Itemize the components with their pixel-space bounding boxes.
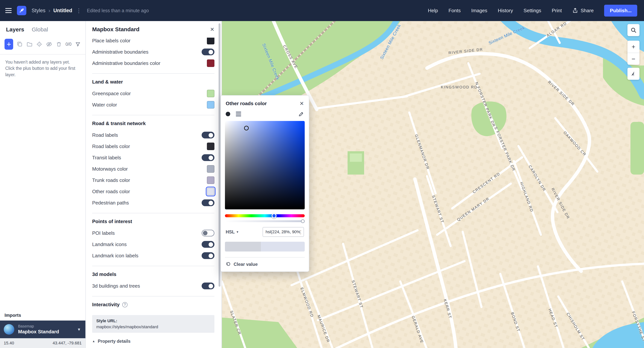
hue-slider[interactable] — [225, 214, 305, 217]
publish-button[interactable]: Publish... — [604, 5, 637, 16]
breadcrumb-chevron-icon: › — [48, 7, 50, 14]
zoom-in-button[interactable]: + — [628, 41, 640, 53]
setting-row-admin-boundaries: Administrative boundaries — [86, 46, 222, 58]
solid-color-mode-icon[interactable] — [226, 112, 230, 116]
road-labels-color-swatch[interactable] — [207, 142, 214, 150]
delete-layer-trash-icon[interactable] — [56, 40, 62, 48]
color-value-input[interactable] — [262, 227, 304, 237]
swatches-mode-icon[interactable] — [236, 112, 241, 116]
setting-row-water-color: Water color — [86, 99, 222, 110]
panel-title: Mapbox Standard — [92, 26, 140, 32]
style-options-menu-button[interactable]: ⋮ — [75, 7, 82, 14]
greenspace-color-swatch[interactable] — [207, 90, 214, 97]
nav-images[interactable]: Images — [471, 8, 487, 14]
tab-global[interactable]: Global — [32, 26, 48, 33]
import-kicker: Basemap — [18, 324, 59, 328]
setting-label: Greenspace color — [92, 91, 131, 96]
color-format-dropdown[interactable]: HSL ▾ — [226, 229, 238, 234]
pedestrian-paths-toggle[interactable] — [202, 200, 214, 206]
transit-labels-toggle[interactable] — [202, 154, 214, 161]
setting-label: Motorways color — [92, 166, 128, 172]
setting-label: Administrative boundaries — [92, 49, 148, 55]
setting-row-greenspace-color: Greenspace color — [86, 88, 222, 99]
hamburger-icon — [5, 8, 12, 13]
mapbox-studio-logo[interactable] — [17, 6, 26, 15]
style-url-label: Style URL: — [96, 318, 210, 323]
setting-row-3d-buildings: 3d buildings and trees — [86, 280, 222, 292]
chevron-down-icon[interactable]: ▾ — [78, 327, 80, 332]
setting-row-admin-boundaries-color: Administrative boundaries color — [86, 58, 222, 69]
setting-label: Transit labels — [92, 155, 121, 161]
filter-layers-funnel-icon[interactable] — [75, 40, 81, 48]
map-bearing-button[interactable] — [628, 68, 640, 80]
tab-layers[interactable]: Layers — [6, 26, 24, 33]
main-menu-button[interactable] — [5, 8, 12, 13]
setting-row-transit-labels: Transit labels — [86, 152, 222, 163]
basemap-import-item[interactable]: Basemap Mapbox Standard ▾ — [0, 320, 86, 338]
basemap-thumbnail — [4, 324, 14, 335]
clear-value-label: Clear value — [234, 262, 258, 267]
picker-mode-row — [226, 111, 304, 117]
admin-boundaries-toggle[interactable] — [202, 48, 214, 55]
breadcrumb-styles-link[interactable]: Styles — [32, 8, 46, 14]
setting-row-motorways-color: Motorways color — [86, 163, 222, 174]
road-labels-toggle[interactable] — [202, 132, 214, 138]
motorways-color-swatch[interactable] — [207, 165, 214, 173]
nav-history[interactable]: History — [498, 8, 513, 14]
property-details-toggle[interactable]: ▲ Property details — [86, 334, 222, 348]
setting-label: POI labels — [92, 230, 115, 236]
eyedropper-icon[interactable] — [298, 111, 304, 117]
nav-fonts[interactable]: Fonts — [448, 8, 460, 14]
group-layers-folder-icon[interactable] — [26, 40, 33, 48]
color-compare-bar — [225, 242, 305, 252]
trunk-roads-color-swatch[interactable] — [207, 176, 214, 184]
color-cursor[interactable] — [244, 126, 249, 130]
style-name[interactable]: Untitled — [54, 8, 72, 14]
close-picker-button[interactable]: ✕ — [300, 100, 304, 107]
nav-help[interactable]: Help — [428, 8, 438, 14]
landmark-icons-toggle[interactable] — [202, 241, 214, 248]
alpha-slider-handle[interactable] — [301, 219, 305, 223]
share-icon — [572, 8, 578, 13]
other-roads-color-swatch[interactable] — [207, 188, 214, 195]
water-color-swatch[interactable] — [207, 101, 214, 108]
zoom-to-layer-icon[interactable] — [36, 40, 42, 48]
previous-color-swatch — [225, 242, 261, 252]
setting-label: Landmark icons — [92, 242, 127, 247]
clear-value-button[interactable]: Clear value — [225, 262, 258, 267]
toggle-visibility-eye-slash-icon[interactable] — [46, 40, 52, 48]
layers-sidebar: Layers Global + 0 — [0, 21, 86, 348]
duplicate-layer-icon[interactable] — [16, 40, 23, 48]
hue-slider-handle[interactable] — [272, 213, 276, 218]
property-details-label: Property details — [98, 339, 130, 344]
place-labels-color-swatch[interactable] — [207, 38, 214, 44]
3d-buildings-toggle[interactable] — [202, 282, 214, 289]
section-3d-models: 3d models — [92, 266, 214, 280]
import-name: Mapbox Standard — [18, 329, 59, 335]
section-land-water: Land & water — [92, 73, 214, 87]
add-layer-button[interactable]: + — [4, 39, 13, 50]
landmark-icon-labels-toggle[interactable] — [202, 252, 214, 259]
map-statusbar: 15.40 43.447, -79.681 — [0, 338, 86, 348]
setting-row-road-labels-color: Road labels color — [86, 141, 222, 152]
admin-boundaries-color-swatch[interactable] — [207, 60, 214, 67]
basemap-settings-panel: Mapbox Standard ✕ Place labels color Adm… — [86, 21, 222, 348]
interactivity-help-icon[interactable]: ? — [122, 302, 128, 307]
setting-row-pedestrian-paths: Pedestrian paths — [86, 197, 222, 208]
alpha-slider[interactable] — [225, 220, 305, 222]
layer-counter: 0/0 — [66, 42, 72, 47]
map-search-button[interactable] — [628, 24, 640, 36]
panel-scrollbar-thumb[interactable] — [218, 23, 220, 287]
color-format-label: HSL — [226, 229, 235, 234]
zoom-out-button[interactable]: − — [628, 53, 640, 65]
undo-icon — [226, 262, 230, 267]
setting-label: Place labels color — [92, 38, 130, 44]
share-button[interactable]: Share — [572, 8, 594, 14]
poi-labels-toggle[interactable] — [202, 230, 214, 236]
nav-print[interactable]: Print — [552, 8, 562, 14]
imports-heading: Imports — [0, 313, 86, 320]
close-panel-button[interactable]: ✕ — [210, 26, 214, 32]
setting-row-landmark-icons: Landmark icons — [86, 239, 222, 250]
nav-settings[interactable]: Settings — [524, 8, 541, 14]
saturation-lightness-area[interactable] — [225, 121, 305, 209]
